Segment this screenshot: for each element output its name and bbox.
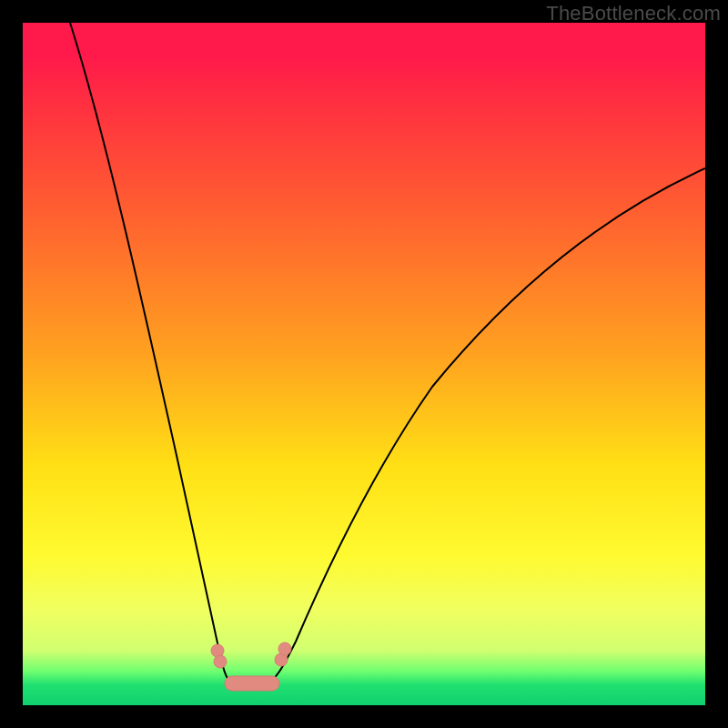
curve-right-branch [267,168,705,683]
chart-svg [23,23,705,705]
chart-plot-area [23,23,705,705]
marker-dot [214,655,227,668]
curve-left-branch [70,23,234,683]
valley-marker-capsule [225,676,279,691]
marker-dot [278,642,291,655]
watermark-text: TheBottleneck.com [546,2,721,25]
